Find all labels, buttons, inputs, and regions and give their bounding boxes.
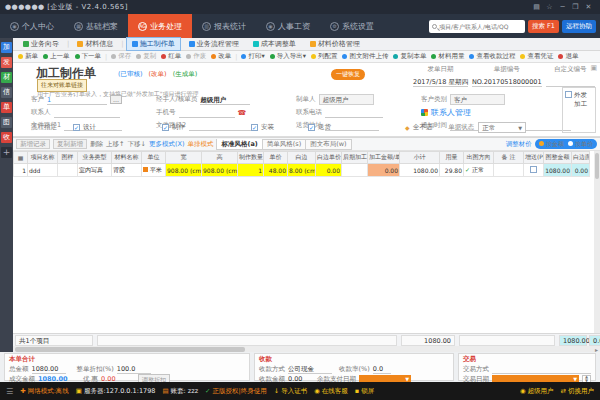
customer-picker-button[interactable]: … xyxy=(110,95,122,104)
sidebar-shortcut-1[interactable]: 加 xyxy=(1,42,12,53)
cell-unit[interactable]: 平米 xyxy=(142,164,166,177)
import-cert-link[interactable]: ↓导入证书 xyxy=(274,387,307,396)
payment-history-button[interactable]: 查看收款过程 xyxy=(467,52,517,61)
cell-post-process[interactable] xyxy=(342,164,368,177)
col-margin[interactable]: 白边 xyxy=(288,152,316,164)
modify-order-link[interactable]: (改单) xyxy=(149,70,167,79)
col-qty[interactable]: 制作数量 xyxy=(238,152,264,164)
tab-work-order[interactable]: 施工制作单 xyxy=(126,37,181,51)
network-status[interactable]: ✚网络模式:离线 xyxy=(20,387,69,396)
style-simple[interactable]: 简单风格(s) xyxy=(263,139,306,149)
cell-width[interactable]: 908.00 (cm) xyxy=(166,164,202,177)
copy-order-button[interactable]: 复制本单 xyxy=(391,52,428,61)
switch-user-link[interactable]: ⇄切换用户 xyxy=(561,387,594,396)
next-order-button[interactable]: 下一单 xyxy=(73,52,104,61)
cell-height[interactable]: 908.00 (cm) xyxy=(202,164,238,177)
nav-settings[interactable]: ⚙系统设置 xyxy=(320,14,384,38)
col-total-amount[interactable]: 图整金额 xyxy=(544,152,572,164)
radio-by-amount[interactable]: 按金额 xyxy=(539,140,564,149)
red-order-button[interactable]: 红单 xyxy=(159,52,183,61)
col-usage[interactable]: 用量 xyxy=(440,152,464,164)
discount-value[interactable]: 100.0 xyxy=(117,365,151,374)
tab-material-info[interactable]: 材料信息 xyxy=(71,37,119,51)
nav-reports[interactable]: ▥报表统计 xyxy=(192,14,256,38)
col-note[interactable]: 备 注 xyxy=(494,152,524,164)
prev-order-button[interactable]: 上一单 xyxy=(41,52,72,61)
order-status-select[interactable]: 正常▼ xyxy=(478,122,526,133)
col-picture[interactable]: 图样 xyxy=(58,152,78,164)
make-checkbox[interactable] xyxy=(162,124,169,131)
handler-input[interactable]: 超级用户 xyxy=(200,95,250,105)
cell-picture[interactable] xyxy=(58,164,78,177)
col-direction[interactable]: 出图方向 xyxy=(464,152,494,164)
sidebar-shortcut-3[interactable]: 材 xyxy=(1,72,12,83)
customer-category-value[interactable]: 客户 xyxy=(450,94,505,105)
search-input[interactable] xyxy=(439,23,522,30)
mobile-input[interactable] xyxy=(179,108,235,118)
menu-icon[interactable]: ☰ xyxy=(6,387,13,396)
cell-business-type[interactable]: 室内写真 xyxy=(78,164,112,177)
cell-project-name[interactable]: ddd xyxy=(28,164,58,177)
contact-manager-link[interactable]: 联系人管理 xyxy=(421,107,471,118)
nav-hr[interactable]: ◉人事工资 xyxy=(256,14,320,38)
table-row[interactable]: 1 ddd 室内写真 背胶 平米 908.00 (cm) 908.00 (cm)… xyxy=(14,164,590,177)
col-margin-area[interactable]: 白边面积 xyxy=(572,152,590,164)
more-modes-link[interactable]: 更多模式(X) xyxy=(149,140,185,149)
print-button[interactable]: 打印▾ xyxy=(239,52,266,61)
single-row-mode-link[interactable]: 单排模式 xyxy=(187,140,213,149)
gift-checkbox[interactable] xyxy=(530,166,537,173)
col-unit[interactable]: 单位 xyxy=(142,152,166,164)
add-record-button[interactable]: 新增记录 xyxy=(16,139,50,149)
sidebar-add-button[interactable]: + xyxy=(1,147,12,158)
cell-subtotal[interactable]: 1080.00 xyxy=(400,164,440,177)
phone-input[interactable] xyxy=(325,108,383,118)
cell-price[interactable]: 48.00 xyxy=(264,164,288,177)
order-no-value[interactable]: NO.20170518000001 xyxy=(472,77,542,87)
cell-material[interactable]: 背胶 xyxy=(112,164,142,177)
vertical-scrollbar[interactable] xyxy=(594,151,600,333)
close-icon[interactable]: ✕ xyxy=(582,3,595,11)
delete-record-button[interactable]: 删除 xyxy=(90,140,103,149)
outsource-checkbox[interactable] xyxy=(565,91,572,98)
col-material[interactable]: 材料名称 xyxy=(112,152,142,164)
sidebar-shortcut-7[interactable]: 收 xyxy=(1,132,12,143)
radio-by-price[interactable]: 按单价 xyxy=(568,140,593,149)
minimize-icon[interactable]: ─ xyxy=(556,3,569,11)
cell-qty[interactable]: 1 xyxy=(238,164,264,177)
exit-order-button[interactable]: 退单 xyxy=(556,52,580,61)
sidebar-shortcut-4[interactable]: 信 xyxy=(1,87,12,98)
col-width[interactable]: 宽 xyxy=(166,152,202,164)
nav-business[interactable]: AG业务处理 xyxy=(128,14,192,38)
nav-personal[interactable]: ◉个人中心 xyxy=(0,14,64,38)
trade-mode-input[interactable] xyxy=(492,365,591,374)
sidebar-shortcut-6[interactable]: 图 xyxy=(1,117,12,128)
cell-margin-area[interactable]: 0.00 xyxy=(572,164,590,177)
tab-wizard[interactable]: 业务向导 xyxy=(17,37,65,51)
flow-check-delivery[interactable]: 送货 xyxy=(308,123,331,132)
style-standard[interactable]: 标准风格(a) xyxy=(217,139,262,149)
remote-assist-button[interactable]: 远程协助 xyxy=(562,20,596,33)
install-checkbox[interactable] xyxy=(251,124,258,131)
sidebar-shortcut-2[interactable]: 发 xyxy=(1,57,12,68)
customer-input[interactable]: 1 xyxy=(47,95,107,105)
nav-archives[interactable]: ▦基础档案 xyxy=(64,14,128,38)
move-down-button[interactable]: 下移↓ xyxy=(127,140,145,149)
current-user[interactable]: ◉超级用户 xyxy=(520,387,554,396)
lock-screen-link[interactable]: ▪锁屏 xyxy=(355,387,374,396)
col-process-amount[interactable]: 加工金额/单价 xyxy=(368,152,400,164)
cell-direction[interactable]: ✓ 正常 xyxy=(464,164,494,177)
cell-process-amount[interactable]: 0.00 xyxy=(368,164,400,177)
cell-gift[interactable] xyxy=(524,164,544,177)
copy-button[interactable]: 复制 xyxy=(134,52,158,61)
style-graphic[interactable]: 图文布局(w) xyxy=(306,139,350,149)
tab-cost-adjust[interactable]: 成本调整单 xyxy=(247,37,302,51)
cell-note[interactable] xyxy=(494,164,524,177)
global-search[interactable] xyxy=(429,20,525,33)
maximize-icon[interactable]: ❒ xyxy=(569,3,582,11)
payment-method-value[interactable]: 公司现金 xyxy=(288,365,332,374)
custom-no-value[interactable] xyxy=(546,77,595,87)
import-export-button[interactable]: 导入导出▾ xyxy=(268,52,308,61)
one-key-restore-button[interactable]: 一键恢复 xyxy=(331,69,365,80)
col-subtotal[interactable]: 小计 xyxy=(400,152,440,164)
online-service-link[interactable]: ◉在线客服 xyxy=(314,387,348,396)
